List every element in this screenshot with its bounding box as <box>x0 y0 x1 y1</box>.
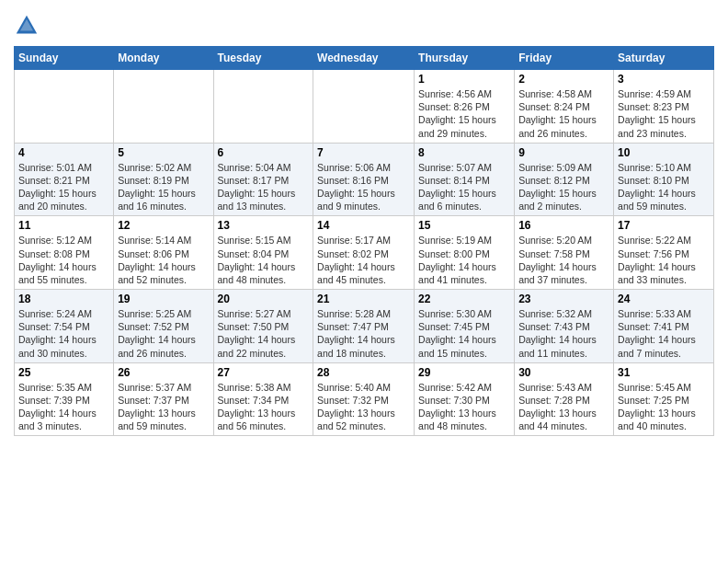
day-info: Sunrise: 4:59 AM Sunset: 8:23 PM Dayligh… <box>618 87 710 140</box>
day-number: 5 <box>118 146 209 159</box>
day-info: Sunrise: 4:58 AM Sunset: 8:24 PM Dayligh… <box>518 87 609 140</box>
day-header-wednesday: Wednesday <box>313 47 415 70</box>
day-number: 23 <box>518 293 609 305</box>
day-info: Sunrise: 5:40 AM Sunset: 7:32 PM Dayligh… <box>317 381 410 433</box>
day-header-monday: Monday <box>114 47 213 70</box>
day-number: 13 <box>218 219 310 232</box>
calendar-cell: 23Sunrise: 5:32 AM Sunset: 7:43 PM Dayli… <box>515 290 614 363</box>
calendar-cell <box>114 70 213 144</box>
day-number: 6 <box>218 146 310 159</box>
calendar-cell: 20Sunrise: 5:27 AM Sunset: 7:50 PM Dayli… <box>213 290 313 363</box>
day-header-saturday: Saturday <box>614 47 714 70</box>
day-header-thursday: Thursday <box>415 47 515 70</box>
day-number: 3 <box>618 73 710 86</box>
day-number: 4 <box>18 146 109 159</box>
day-info: Sunrise: 5:20 AM Sunset: 7:58 PM Dayligh… <box>518 234 609 286</box>
calendar-cell: 22Sunrise: 5:30 AM Sunset: 7:45 PM Dayli… <box>415 290 515 363</box>
day-number: 1 <box>418 73 510 86</box>
day-info: Sunrise: 5:07 AM Sunset: 8:14 PM Dayligh… <box>418 161 510 213</box>
calendar-cell: 25Sunrise: 5:35 AM Sunset: 7:39 PM Dayli… <box>15 362 114 436</box>
day-info: Sunrise: 5:38 AM Sunset: 7:34 PM Dayligh… <box>218 381 310 433</box>
day-number: 7 <box>317 146 410 159</box>
calendar-cell: 11Sunrise: 5:12 AM Sunset: 8:08 PM Dayli… <box>15 216 114 290</box>
calendar-cell: 24Sunrise: 5:33 AM Sunset: 7:41 PM Dayli… <box>614 290 714 363</box>
day-number: 9 <box>518 146 609 159</box>
calendar-cell: 18Sunrise: 5:24 AM Sunset: 7:54 PM Dayli… <box>15 290 114 363</box>
day-info: Sunrise: 5:06 AM Sunset: 8:16 PM Dayligh… <box>317 161 410 213</box>
calendar-cell: 5Sunrise: 5:02 AM Sunset: 8:19 PM Daylig… <box>114 143 213 216</box>
day-info: Sunrise: 4:56 AM Sunset: 8:26 PM Dayligh… <box>418 87 510 140</box>
day-info: Sunrise: 5:24 AM Sunset: 7:54 PM Dayligh… <box>18 307 109 360</box>
calendar-cell: 21Sunrise: 5:28 AM Sunset: 7:47 PM Dayli… <box>313 290 415 363</box>
day-info: Sunrise: 5:43 AM Sunset: 7:28 PM Dayligh… <box>518 381 609 433</box>
day-number: 12 <box>118 219 209 232</box>
day-number: 27 <box>218 366 310 379</box>
day-info: Sunrise: 5:30 AM Sunset: 7:45 PM Dayligh… <box>418 307 510 360</box>
logo <box>14 13 43 39</box>
day-info: Sunrise: 5:09 AM Sunset: 8:12 PM Dayligh… <box>518 161 609 213</box>
calendar-cell: 3Sunrise: 4:59 AM Sunset: 8:23 PM Daylig… <box>614 70 714 144</box>
day-info: Sunrise: 5:04 AM Sunset: 8:17 PM Dayligh… <box>218 161 310 213</box>
calendar-week-row: 1Sunrise: 4:56 AM Sunset: 8:26 PM Daylig… <box>15 70 714 144</box>
day-info: Sunrise: 5:01 AM Sunset: 8:21 PM Dayligh… <box>18 161 109 213</box>
calendar-cell: 10Sunrise: 5:10 AM Sunset: 8:10 PM Dayli… <box>614 143 714 216</box>
day-info: Sunrise: 5:28 AM Sunset: 7:47 PM Dayligh… <box>317 307 410 360</box>
day-number: 28 <box>317 366 410 379</box>
calendar-week-row: 25Sunrise: 5:35 AM Sunset: 7:39 PM Dayli… <box>15 362 714 436</box>
calendar-cell: 26Sunrise: 5:37 AM Sunset: 7:37 PM Dayli… <box>114 362 213 436</box>
day-info: Sunrise: 5:42 AM Sunset: 7:30 PM Dayligh… <box>418 381 510 433</box>
day-number: 19 <box>118 293 209 305</box>
day-info: Sunrise: 5:37 AM Sunset: 7:37 PM Dayligh… <box>118 381 209 433</box>
day-number: 20 <box>218 293 310 305</box>
calendar-cell: 28Sunrise: 5:40 AM Sunset: 7:32 PM Dayli… <box>313 362 415 436</box>
calendar-cell: 30Sunrise: 5:43 AM Sunset: 7:28 PM Dayli… <box>515 362 614 436</box>
calendar-cell: 6Sunrise: 5:04 AM Sunset: 8:17 PM Daylig… <box>213 143 313 216</box>
day-info: Sunrise: 5:14 AM Sunset: 8:06 PM Dayligh… <box>118 234 209 286</box>
logo-icon <box>14 13 40 39</box>
calendar-cell: 13Sunrise: 5:15 AM Sunset: 8:04 PM Dayli… <box>213 216 313 290</box>
day-info: Sunrise: 5:22 AM Sunset: 7:56 PM Dayligh… <box>618 234 710 286</box>
calendar-cell: 12Sunrise: 5:14 AM Sunset: 8:06 PM Dayli… <box>114 216 213 290</box>
calendar-cell: 31Sunrise: 5:45 AM Sunset: 7:25 PM Dayli… <box>614 362 714 436</box>
day-info: Sunrise: 5:19 AM Sunset: 8:00 PM Dayligh… <box>418 234 510 286</box>
day-info: Sunrise: 5:15 AM Sunset: 8:04 PM Dayligh… <box>218 234 310 286</box>
calendar-cell: 15Sunrise: 5:19 AM Sunset: 8:00 PM Dayli… <box>415 216 515 290</box>
day-info: Sunrise: 5:27 AM Sunset: 7:50 PM Dayligh… <box>218 307 310 360</box>
calendar-cell: 4Sunrise: 5:01 AM Sunset: 8:21 PM Daylig… <box>15 143 114 216</box>
calendar-cell: 19Sunrise: 5:25 AM Sunset: 7:52 PM Dayli… <box>114 290 213 363</box>
day-info: Sunrise: 5:17 AM Sunset: 8:02 PM Dayligh… <box>317 234 410 286</box>
calendar-cell: 1Sunrise: 4:56 AM Sunset: 8:26 PM Daylig… <box>415 70 515 144</box>
calendar-cell <box>313 70 415 144</box>
calendar-cell <box>15 70 114 144</box>
day-info: Sunrise: 5:25 AM Sunset: 7:52 PM Dayligh… <box>118 307 209 360</box>
calendar-cell: 16Sunrise: 5:20 AM Sunset: 7:58 PM Dayli… <box>515 216 614 290</box>
calendar-cell: 14Sunrise: 5:17 AM Sunset: 8:02 PM Dayli… <box>313 216 415 290</box>
day-header-tuesday: Tuesday <box>213 47 313 70</box>
calendar-cell: 2Sunrise: 4:58 AM Sunset: 8:24 PM Daylig… <box>515 70 614 144</box>
day-number: 25 <box>18 366 109 379</box>
day-number: 31 <box>618 366 710 379</box>
calendar-table: SundayMondayTuesdayWednesdayThursdayFrid… <box>14 46 714 436</box>
day-number: 29 <box>418 366 510 379</box>
day-info: Sunrise: 5:12 AM Sunset: 8:08 PM Dayligh… <box>18 234 109 286</box>
day-number: 30 <box>518 366 609 379</box>
day-number: 8 <box>418 146 510 159</box>
calendar-cell: 8Sunrise: 5:07 AM Sunset: 8:14 PM Daylig… <box>415 143 515 216</box>
day-number: 14 <box>317 219 410 232</box>
day-number: 16 <box>518 219 609 232</box>
calendar-cell: 27Sunrise: 5:38 AM Sunset: 7:34 PM Dayli… <box>213 362 313 436</box>
day-number: 15 <box>418 219 510 232</box>
day-info: Sunrise: 5:32 AM Sunset: 7:43 PM Dayligh… <box>518 307 609 360</box>
day-number: 24 <box>618 293 710 305</box>
day-number: 11 <box>18 219 109 232</box>
day-info: Sunrise: 5:35 AM Sunset: 7:39 PM Dayligh… <box>18 381 109 433</box>
day-header-friday: Friday <box>515 47 614 70</box>
calendar-cell: 7Sunrise: 5:06 AM Sunset: 8:16 PM Daylig… <box>313 143 415 216</box>
day-number: 22 <box>418 293 510 305</box>
day-number: 2 <box>518 73 609 86</box>
calendar-week-row: 4Sunrise: 5:01 AM Sunset: 8:21 PM Daylig… <box>15 143 714 216</box>
day-info: Sunrise: 5:10 AM Sunset: 8:10 PM Dayligh… <box>618 161 710 213</box>
day-info: Sunrise: 5:45 AM Sunset: 7:25 PM Dayligh… <box>618 381 710 433</box>
day-header-sunday: Sunday <box>15 47 114 70</box>
day-number: 26 <box>118 366 209 379</box>
